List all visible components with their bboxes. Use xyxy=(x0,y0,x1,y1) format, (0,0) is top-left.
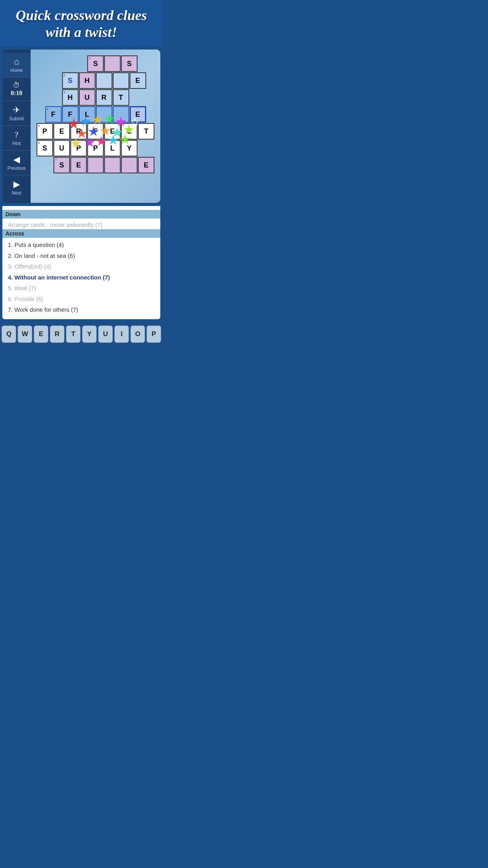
cell[interactable]: 7S xyxy=(53,157,70,173)
cell[interactable]: S xyxy=(121,55,138,72)
grid-row-6: 6S U P P L Y xyxy=(37,140,154,156)
main-area: ⌂ Home ⏱ 0:18 ✈ Submit ? Hint ◀ Previous… xyxy=(2,50,160,203)
next-icon: ▶ xyxy=(13,179,20,189)
crossword-panel: 1S S 2S H E 3H U R T xyxy=(31,50,160,203)
down-header: Down xyxy=(2,210,160,219)
clue-6[interactable]: 6. Provide (6) xyxy=(8,294,155,305)
cell-empty xyxy=(53,55,70,72)
sidebar-item-submit[interactable]: ✈ Submit xyxy=(2,101,31,126)
sidebar: ⌂ Home ⏱ 0:18 ✈ Submit ? Hint ◀ Previous… xyxy=(2,50,31,203)
key-i[interactable]: I xyxy=(114,326,129,343)
cell[interactable]: 4F xyxy=(45,106,62,123)
cell[interactable]: T xyxy=(113,89,129,106)
cell[interactable]: 3H xyxy=(62,89,79,106)
cell[interactable] xyxy=(113,72,129,89)
grid-row-4: 4F F L E xyxy=(45,106,146,123)
previous-label: Previous xyxy=(7,166,26,171)
cell[interactable]: 5P xyxy=(37,123,53,140)
cell-empty xyxy=(130,89,146,106)
cell[interactable]: P xyxy=(70,140,87,156)
next-label: Next xyxy=(12,190,22,196)
cell[interactable] xyxy=(113,106,129,123)
key-p[interactable]: P xyxy=(147,326,161,343)
key-q[interactable]: Q xyxy=(2,326,16,343)
grid-row-3: 3H U R T xyxy=(45,89,146,106)
hint-label: Hint xyxy=(12,141,20,146)
sidebar-item-hint[interactable]: ? Hint xyxy=(2,126,31,151)
down-clue[interactable]: Arrange cards - move awkwardly (7) xyxy=(8,220,155,229)
cell-empty xyxy=(45,89,62,106)
key-e[interactable]: E xyxy=(34,326,48,343)
sidebar-item-next[interactable]: ▶ Next xyxy=(2,175,31,200)
cell[interactable]: 1S xyxy=(87,55,104,72)
submit-label: Submit xyxy=(9,116,24,121)
cell[interactable]: H xyxy=(79,72,95,89)
cell-empty xyxy=(138,140,154,156)
cell-active[interactable]: E xyxy=(130,106,146,123)
cell[interactable]: L xyxy=(79,106,95,123)
home-label: Home xyxy=(10,68,23,73)
grid-row-5: 5P E R F E C T xyxy=(37,123,154,140)
clue-2[interactable]: 2. On land - not at sea (6) xyxy=(8,250,155,261)
clue-1[interactable]: 1. Puts a question (4) xyxy=(8,239,155,250)
app-title: Quick crossword clues with a twist! xyxy=(4,7,159,41)
cell[interactable]: P xyxy=(87,140,104,156)
cell[interactable] xyxy=(87,157,104,173)
cell[interactable]: E xyxy=(130,72,146,89)
sidebar-item-home[interactable]: ⌂ Home xyxy=(2,53,31,77)
key-u[interactable]: U xyxy=(98,326,113,343)
crossword-grid: 1S S 2S H E 3H U R T xyxy=(35,55,156,173)
cell[interactable] xyxy=(121,157,138,173)
key-r[interactable]: R xyxy=(50,326,64,343)
key-o[interactable]: O xyxy=(130,326,145,343)
cell[interactable]: C xyxy=(121,123,138,140)
cell[interactable]: F xyxy=(87,123,104,140)
clue-4-active[interactable]: 4. Without an internet connection (7) xyxy=(8,272,155,283)
across-header: Across xyxy=(2,229,160,238)
clues-area: Down Arrange cards - move awkwardly (7) … xyxy=(2,206,160,319)
cell[interactable] xyxy=(96,106,112,123)
cell-empty xyxy=(70,55,87,72)
timer-icon: ⏱ xyxy=(13,81,20,90)
cell[interactable]: U xyxy=(79,89,95,106)
grid-row-7: 7S E E xyxy=(37,157,154,173)
cell[interactable]: L xyxy=(104,140,121,156)
cell[interactable]: E xyxy=(138,157,154,173)
cell[interactable]: 6S xyxy=(37,140,53,156)
cell[interactable]: R xyxy=(70,123,87,140)
cell[interactable]: 2S xyxy=(62,72,79,89)
cell-empty xyxy=(37,157,53,173)
hint-icon: ? xyxy=(15,130,18,140)
cell[interactable]: E xyxy=(104,123,121,140)
cell[interactable]: R xyxy=(96,89,112,106)
key-t[interactable]: T xyxy=(66,326,81,343)
cell[interactable]: Y xyxy=(121,140,138,156)
keyboard-row: Q W E R T Y U I O P xyxy=(0,322,163,346)
sidebar-item-timer: ⏱ 0:18 xyxy=(2,77,31,101)
cell[interactable] xyxy=(96,72,112,89)
cell[interactable]: F xyxy=(62,106,79,123)
submit-icon: ✈ xyxy=(13,105,20,115)
grid-row-1: 1S S xyxy=(53,55,138,72)
cell[interactable] xyxy=(104,55,121,72)
sidebar-item-previous[interactable]: ◀ Previous xyxy=(2,151,31,175)
clue-5[interactable]: 5. Ideal (7) xyxy=(8,283,155,294)
cell[interactable] xyxy=(104,157,121,173)
clue-3[interactable]: 3. Offend(ed) (4) xyxy=(8,261,155,272)
grid-row-2: 2S H E xyxy=(45,72,146,89)
cell[interactable]: U xyxy=(53,140,70,156)
timer-display: 0:18 xyxy=(11,90,22,97)
cell-empty xyxy=(45,72,62,89)
cell[interactable]: E xyxy=(70,157,87,173)
app-header: Quick crossword clues with a twist! xyxy=(0,0,163,46)
cell[interactable]: E xyxy=(53,123,70,140)
key-y[interactable]: Y xyxy=(82,326,97,343)
home-icon: ⌂ xyxy=(14,57,19,67)
cell[interactable]: T xyxy=(138,123,154,140)
clue-7[interactable]: 7. Work done for others (7) xyxy=(8,304,155,315)
previous-icon: ◀ xyxy=(13,154,20,165)
key-w[interactable]: W xyxy=(18,326,32,343)
